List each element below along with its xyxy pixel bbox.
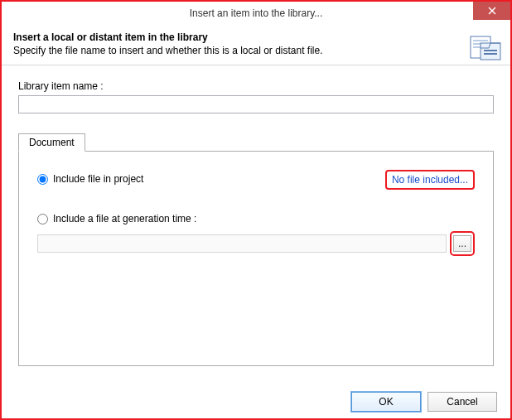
svg-rect-8 [484, 53, 497, 55]
close-button[interactable] [473, 2, 510, 20]
titlebar: Insert an item into the library... [2, 2, 510, 25]
close-icon [488, 7, 496, 15]
library-icon [469, 31, 502, 61]
browse-button[interactable]: ... [453, 235, 471, 252]
include-project-radio[interactable] [37, 174, 48, 185]
tab-strip: Document [18, 133, 494, 152]
no-file-link[interactable]: No file included... [385, 170, 475, 190]
generation-path-row: ... [37, 231, 475, 256]
ellipsis-icon: ... [458, 238, 466, 249]
include-generation-radio[interactable] [37, 214, 48, 224]
window-title: Insert an item into the library... [190, 7, 323, 19]
tab-container: Document Include file in project No file… [18, 133, 494, 366]
include-generation-row: Include a file at generation time : [37, 213, 475, 224]
item-name-label: Library item name : [18, 80, 494, 92]
dialog-body: Library item name : Document Include fil… [2, 65, 510, 366]
browse-highlight: ... [450, 231, 475, 256]
no-file-text: No file included... [392, 174, 468, 186]
include-generation-label: Include a file at generation time : [53, 213, 196, 224]
item-name-input[interactable] [18, 95, 494, 113]
generation-path-input[interactable] [37, 234, 447, 253]
tab-document[interactable]: Document [18, 133, 85, 152]
dialog-header: Insert a local or distant item in the li… [2, 25, 510, 65]
header-title: Insert a local or distant item in the li… [13, 31, 499, 43]
document-panel: Include file in project No file included… [18, 151, 494, 366]
svg-rect-7 [484, 50, 497, 51]
dialog-window: Insert an item into the library... Inser… [0, 0, 512, 420]
header-subtitle: Specify the file name to insert and whet… [13, 45, 499, 56]
svg-rect-3 [473, 40, 488, 41]
ok-button[interactable]: OK [351, 392, 421, 412]
include-generation-block: Include a file at generation time : ... [37, 213, 475, 256]
cancel-button[interactable]: Cancel [427, 392, 497, 412]
include-project-label: Include file in project [53, 173, 143, 185]
dialog-footer: OK Cancel [351, 392, 497, 412]
